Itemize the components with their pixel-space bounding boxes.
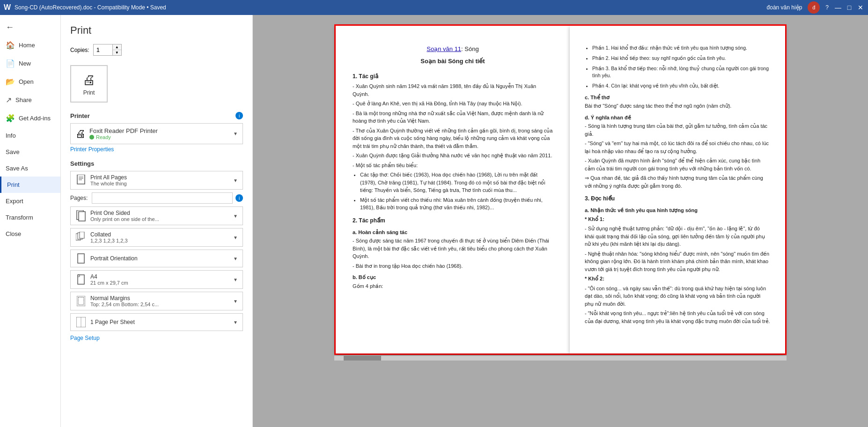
print-side-arrow: ▼ (233, 214, 238, 219)
user-avatar[interactable]: đ (808, 1, 820, 14)
printer-dropdown-arrow: ▼ (233, 131, 238, 136)
sec-c-heading: c. Thể thơ (585, 94, 770, 102)
horizontal-scrollbar[interactable] (334, 356, 787, 361)
help-icon[interactable]: ? (825, 4, 829, 11)
printer-info-icon[interactable]: i (235, 112, 243, 119)
page-setup-link[interactable]: Page Setup (70, 335, 243, 341)
print-side-icon (75, 210, 87, 221)
back-arrow-icon: ← (6, 22, 14, 32)
page-size-arrow: ▼ (233, 277, 238, 282)
preview-wrapper: Soạn văn 11: Sóng Soạn bài Sóng chi tiết… (334, 24, 787, 361)
copies-increment-button[interactable]: ▲ (113, 44, 121, 50)
preview-page-1: Soạn văn 11: Sóng Soạn bài Sóng chi tiết… (336, 26, 570, 353)
collation-main: Collated (90, 231, 229, 238)
sidebar: ← 🏠 Home 📄 New 📂 Open ↗ Share 🧩 Get Add-… (0, 15, 61, 427)
new-icon: 📄 (6, 59, 15, 68)
preview-container: Soạn văn 11: Sóng Soạn bài Sóng chi tiết… (334, 24, 787, 355)
sec-c-text: Bài thơ "Sóng" được sáng tác theo thể th… (585, 102, 770, 110)
sec-d-text3: - Xuân Quỳnh đã mượn hình ảnh "sóng" để … (585, 157, 770, 172)
title-bar-left: W Song-CD (AutoRecovered).doc - Compatib… (4, 3, 166, 12)
kho1-label: * Khổ 1: (585, 215, 770, 223)
preview-area: Soạn văn 11: Sóng Soạn bài Sóng chi tiết… (253, 15, 868, 427)
printer-section-label: Printer (70, 112, 90, 119)
printer-properties-link[interactable]: Printer Properties (70, 146, 243, 153)
sidebar-item-open[interactable]: 📂 Open (0, 73, 60, 91)
sidebar-item-save[interactable]: Save (0, 144, 60, 160)
page-size-text: A4 21 cm x 29,7 cm (90, 273, 229, 286)
pages-input[interactable] (92, 192, 233, 204)
sidebar-item-saveas-label: Save As (6, 165, 28, 172)
minimize-button[interactable]: — (834, 4, 842, 11)
sec3-heading: 3. Đọc hiểu (585, 194, 770, 203)
close-button[interactable]: ✕ (857, 4, 864, 11)
addins-icon: 🧩 (6, 114, 15, 123)
sidebar-item-share-label: Share (15, 96, 32, 103)
sidebar-item-info-label: Info (6, 132, 16, 139)
print-side-setting[interactable]: Print One Sided Only print on one side o… (70, 206, 243, 225)
sec-d-text2: - "Sóng" và "em" tuy hai mà một, có lúc … (585, 140, 770, 155)
title-link: Soạn văn 11 (427, 45, 461, 52)
sidebar-item-close[interactable]: Close (0, 226, 60, 242)
sidebar-item-export[interactable]: Export (0, 193, 60, 209)
copies-decrement-button[interactable]: ▼ (113, 50, 121, 55)
pages-input-row: i (92, 192, 243, 204)
copies-input[interactable] (94, 44, 112, 55)
sec3a-heading: a. Nhận thức về tình yêu qua hình tượng … (585, 206, 770, 214)
section2-heading: 2. Tác phẩm (353, 216, 553, 225)
sidebar-item-home[interactable]: 🏠 Home (0, 36, 60, 54)
print-button-label: Print (83, 89, 95, 96)
sidebar-item-transform[interactable]: Transform (0, 209, 60, 226)
bullet-list-1: Các tập thơ: Chồi biếc (1963), Hoa dọc c… (360, 171, 553, 212)
title-rest: : Sóng (461, 45, 479, 52)
print-side-text: Print One Sided Only print on one side o… (90, 210, 229, 222)
print-button[interactable]: 🖨 Print (70, 65, 108, 103)
orientation-setting[interactable]: Portrait Orientation ▼ (70, 250, 243, 267)
title-bar-right: đoàn văn hiệp đ ? — □ ✕ (767, 1, 864, 14)
back-button[interactable]: ← (0, 19, 60, 36)
page-size-setting[interactable]: A4 21 cm x 29,7 cm ▼ (70, 270, 243, 289)
printer-selector[interactable]: 🖨 Foxit Reader PDF Printer Ready ▼ (70, 123, 243, 144)
print-range-icon (75, 175, 87, 186)
subsec-a-heading: a. Hoàn cảnh sáng tác (353, 228, 553, 236)
sidebar-item-transform-label: Transform (6, 214, 33, 221)
copies-control: ▲ ▼ (93, 44, 122, 56)
sidebar-item-new[interactable]: 📄 New (0, 54, 60, 73)
printer-name: Foxit Reader PDF Printer (89, 127, 229, 134)
p6: - Một số tác phẩm tiêu biểu: (353, 162, 553, 169)
sidebar-item-close-label: Close (6, 230, 21, 237)
margins-sub: Top: 2,54 cm Bottom: 2,54 c... (90, 302, 229, 307)
open-icon: 📂 (6, 77, 15, 86)
preview-page-2: Phần 1. Hai khổ thơ đầu: nhận thức về tì… (570, 26, 785, 353)
copies-spinner: ▲ ▼ (112, 44, 121, 55)
part-1: Phần 1. Hai khổ thơ đầu: nhận thức về tì… (592, 44, 770, 52)
p7: - Sóng được sáng tác năm 1967 trong chuy… (353, 237, 553, 260)
sidebar-item-save-as[interactable]: Save As (0, 160, 60, 177)
p1: - Xuân Quỳnh sinh năm 1942 và mất năm 19… (353, 82, 553, 98)
print-panel: Print Copies: ▲ ▼ 🖨 Print Printer i (61, 15, 253, 427)
sidebar-item-share[interactable]: ↗ Share (0, 91, 60, 109)
sidebar-item-info[interactable]: Info (0, 127, 60, 144)
svg-rect-9 (78, 254, 84, 263)
sec-d-heading: d. Ý nghĩa nhan đề (585, 114, 770, 122)
collation-setting[interactable]: Collated 1,2,3 1,2,3 1,2,3 ▼ (70, 228, 243, 247)
margins-text: Normal Margins Top: 2,54 cm Bottom: 2,54… (90, 295, 229, 307)
sidebar-item-print[interactable]: Print (0, 177, 60, 193)
sidebar-item-get-add-ins[interactable]: 🧩 Get Add-ins (0, 109, 60, 127)
p4: - Thơ của Xuân Quỳnh thường viết về nhữn… (353, 127, 553, 150)
svg-rect-10 (78, 275, 84, 284)
scrollbar-thumb[interactable] (344, 356, 381, 361)
page-title-block: Soạn văn 11: Sóng (353, 44, 553, 54)
file-title: Song-CD (AutoRecovered).doc - Compatibil… (15, 4, 166, 11)
maximize-button[interactable]: □ (846, 4, 853, 11)
print-side-sub: Only print on one side of the... (90, 216, 229, 222)
sec-d-text1: - Sóng là hình tượng trung tâm của bài t… (585, 122, 770, 138)
printer-status-row: Ready (89, 134, 229, 140)
pages-per-sheet-setting[interactable]: 1 Page Per Sheet ▼ (70, 313, 243, 331)
kho1-text2: - Nghệ thuật nhân hóa: "sóng không hiểu"… (585, 250, 770, 273)
pages-info-icon[interactable]: i (235, 194, 243, 202)
home-icon: 🏠 (6, 41, 15, 50)
print-range-setting[interactable]: Print All Pages The whole thing ▼ (70, 171, 243, 190)
orientation-icon (75, 253, 87, 264)
printer-section-header: Printer i (70, 112, 243, 119)
margins-setting[interactable]: Normal Margins Top: 2,54 cm Bottom: 2,54… (70, 292, 243, 310)
